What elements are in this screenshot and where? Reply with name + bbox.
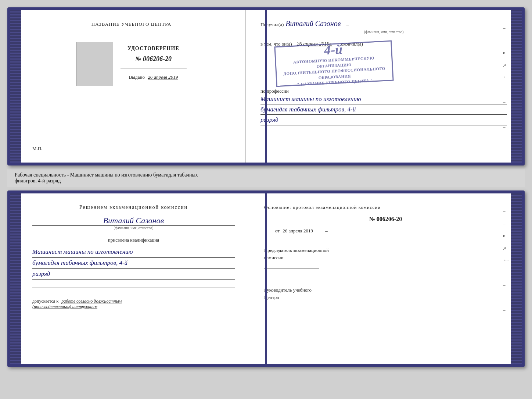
profession-text-3: разряд	[260, 115, 507, 125]
cert-right-page: Получил(а) Виталий Сазонов – (фамилия, и…	[246, 10, 522, 163]
specialty-text-line1: Рабочая специальность - Машинист машины …	[15, 172, 517, 178]
left-page-content: НАЗВАНИЕ УЧЕБНОГО ЦЕНТРА УДОСТОВЕРЕНИЕ №…	[76, 21, 187, 86]
bottom-left-page: Решением экзаменационной комиссии Витали…	[18, 193, 249, 364]
right-spine	[511, 10, 522, 163]
allowed-text2: (производственным) инструкциям	[32, 304, 97, 309]
recipient-sublabel: (фамилия, имя, отчество)	[260, 30, 507, 34]
director-label2: Центра	[264, 294, 507, 301]
profession-section: по профессии Машинист машины по изготовл…	[260, 88, 507, 125]
separator-area: Рабочая специальность - Машинист машины …	[7, 169, 525, 187]
protocol-number: № 006206-20	[264, 216, 507, 222]
allowed-text: работе согласно должностным	[61, 299, 122, 304]
person-name-large: Виталий Сазонов	[32, 216, 235, 226]
qualification-prefix: присвоена квалификация	[32, 237, 235, 243]
mp-label: М.П.	[32, 146, 42, 152]
protocol-date: от 26 апреля 2019 –	[264, 228, 507, 234]
right-side-marks: – – и ,а ←- – – – – –	[503, 25, 509, 142]
certificate-book-top: НАЗВАНИЕ УЧЕБНОГО ЦЕНТРА УДОСТОВЕРЕНИЕ №…	[7, 7, 525, 165]
date-dash: –	[325, 228, 328, 234]
stamp-overlay: 4-й АВТОНОМНУЮ НЕКОММЕРЧЕСКУЮ ОРГАНИЗАЦИ…	[274, 40, 393, 87]
specialty-text-line2: фильтров, 4-й разряд	[15, 178, 517, 184]
chairman-label2: комиссии	[264, 254, 507, 261]
certificate-book-bottom: Решением экзаменационной комиссии Витали…	[7, 190, 525, 367]
qualification-lines: Машинист машины по изготовлению бумагидл…	[32, 247, 235, 280]
recipient-line: Получил(а) Виталий Сазонов –	[260, 19, 507, 28]
director-signature	[264, 301, 319, 308]
director-label: Руководитель учебного	[264, 286, 507, 294]
bottom-right-page: Основание: протокол экзаменационной коми…	[249, 193, 522, 364]
chairman-signature	[264, 261, 319, 268]
decision-title: Решением экзаменационной комиссии	[32, 204, 235, 210]
bottom-right-side-marks: – – и ,а ←- – – – – –	[503, 208, 509, 325]
training-center-label: НАЗВАНИЕ УЧЕБНОГО ЦЕНТРА	[91, 21, 171, 27]
qualification-line-2: бумагидля табачных фильтров, 4-й	[32, 258, 235, 269]
dash: –	[346, 22, 349, 28]
basis-label: Основание: протокол экзаменационной коми…	[264, 204, 507, 210]
profession-text-2: бумагидля табачных фильтров, 4-й	[260, 104, 507, 115]
profession-text-1: Машинист машины по изготовлению	[260, 94, 507, 104]
profession-label: по профессии	[260, 88, 507, 94]
qualification-line-1: Машинист машины по изготовлению	[32, 247, 235, 258]
stamp-number: 4-й	[324, 41, 343, 58]
qualification-line-3: разряд	[32, 269, 235, 280]
director-section: Руководитель учебного Центра	[264, 286, 507, 310]
received-prefix: Получил(а)	[260, 22, 284, 28]
cert-left-page: НАЗВАНИЕ УЧЕБНОГО ЦЕНТРА УДОСТОВЕРЕНИЕ №…	[10, 10, 246, 163]
page-wrapper: НАЗВАНИЕ УЧЕБНОГО ЦЕНТРА УДОСТОВЕРЕНИЕ №…	[0, 0, 532, 399]
fio-sublabel: (фамилия, имя, отчество)	[32, 226, 235, 230]
date-value-bottom: 26 апреля 2019	[283, 228, 313, 234]
recipient-name: Виталий Сазонов	[285, 19, 341, 28]
cert-issued-line: Выдано 26 апреля 2019	[129, 74, 178, 80]
cert-title: УДОСТОВЕРЕНИЕ	[127, 46, 179, 51]
chairman-section: Председатель экзаменационной комиссии	[264, 247, 507, 270]
date-prefix-bottom: от	[275, 228, 280, 234]
allowed-section: допускается к работе согласно должностны…	[32, 299, 235, 310]
allowed-prefix: допускается к	[32, 299, 58, 304]
chairman-label: Председатель экзаменационной	[264, 247, 507, 254]
photo-placeholder	[76, 42, 113, 86]
cert-number: № 006206-20	[135, 55, 172, 63]
bottom-right-spine	[511, 193, 522, 364]
